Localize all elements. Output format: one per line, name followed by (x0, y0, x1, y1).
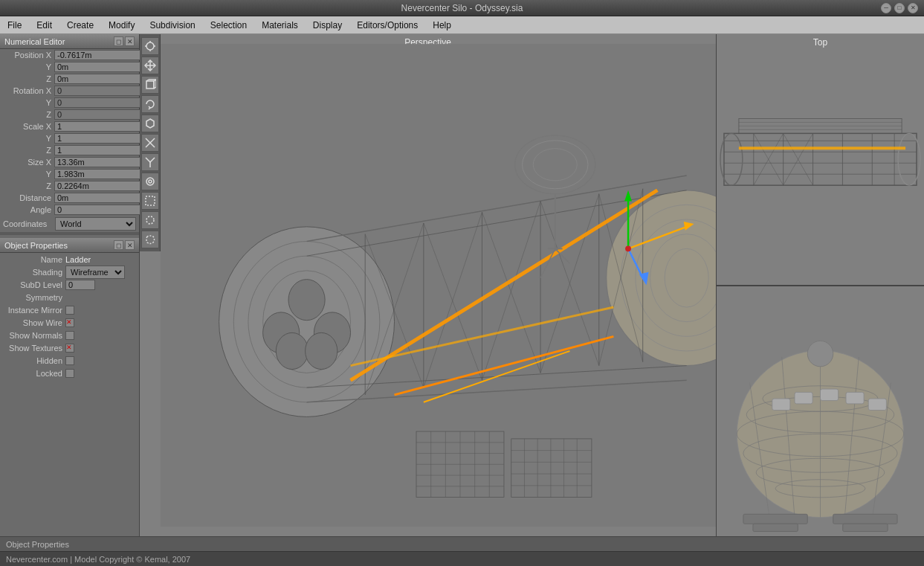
axis-x-btn[interactable] (141, 134, 159, 152)
show-normals-label: Show Normals (3, 331, 62, 340)
top-viewport-label: Top (813, 37, 827, 48)
title-bar: Nevercenter Silo - Odyssey.sia ─ □ ✕ (0, 0, 924, 16)
object-properties-btns: ◻ ✕ (114, 240, 135, 250)
subd-row: SubD Level (0, 278, 139, 291)
menu-help[interactable]: Help (425, 16, 459, 33)
object-properties-title: Object Properties (4, 241, 68, 250)
show-textures-checkbox[interactable] (65, 344, 74, 353)
rotation-y-label: Y (3, 98, 51, 107)
side-viewport[interactable] (717, 286, 924, 537)
rotation-x-label: Rotation X (3, 86, 51, 95)
show-wire-checkbox[interactable] (65, 318, 74, 327)
distance-label: Distance (3, 193, 51, 202)
position-x-row: Position X (0, 49, 139, 61)
show-textures-label: Show Textures (3, 344, 62, 353)
size-x-label: Size X (3, 158, 51, 167)
size-z-label: Z (3, 181, 51, 190)
status-bar: Object Properties (0, 536, 924, 551)
rotate-tool-btn[interactable] (141, 95, 159, 113)
coordinates-select[interactable]: World Local Screen (55, 217, 136, 231)
position-x-label: Position X (3, 51, 51, 60)
hidden-checkbox[interactable] (65, 356, 74, 365)
shading-select[interactable]: Wireframe Flat Smooth (65, 266, 125, 279)
scene-svg[interactable] (161, 34, 716, 536)
menu-file[interactable]: File (0, 16, 29, 33)
menu-selection[interactable]: Selection (203, 16, 254, 33)
shading-row: Shading Wireframe Flat Smooth (0, 266, 139, 278)
svg-point-17 (149, 180, 152, 183)
rotation-x-row: Rotation X (0, 85, 139, 97)
locked-checkbox[interactable] (65, 369, 74, 378)
hidden-label: Hidden (3, 356, 62, 365)
obj-props-close-btn[interactable]: ✕ (125, 240, 135, 250)
rotation-z-row: Z (0, 109, 139, 120)
subd-label: SubD Level (3, 280, 62, 289)
show-wire-checkbox-area (65, 318, 74, 327)
numerical-editor-title: Numerical Editor (4, 37, 65, 46)
svg-rect-134 (868, 398, 886, 410)
menu-materials[interactable]: Materials (254, 16, 306, 33)
select-circle-btn[interactable] (141, 211, 159, 229)
menu-bar: File Edit Create Modify Subdivision Sele… (0, 16, 924, 34)
menu-edit[interactable]: Edit (29, 16, 59, 33)
rotation-y-row: Y (0, 97, 139, 109)
svg-point-16 (146, 178, 154, 185)
axis-y-btn[interactable] (141, 153, 159, 171)
axis-z-btn[interactable] (141, 173, 159, 190)
window-controls: ─ □ ✕ (881, 3, 918, 13)
hexagon-tool-btn[interactable] (141, 115, 159, 132)
angle-label: Angle (3, 205, 51, 214)
maximize-btn[interactable]: □ (894, 3, 905, 13)
symmetry-label: Symmetry (3, 293, 62, 302)
angle-row: Angle (0, 204, 139, 216)
instance-mirror-row: Instance Mirror (0, 303, 139, 316)
svg-rect-137 (753, 524, 798, 531)
svg-point-49 (276, 332, 308, 369)
menu-editors-options[interactable]: Editors/Options (349, 16, 425, 33)
svg-point-135 (807, 341, 833, 367)
numerical-editor-close-btn[interactable]: ✕ (125, 36, 135, 46)
subd-input[interactable] (65, 280, 95, 290)
numerical-editor-float-btn[interactable]: ◻ (114, 36, 123, 46)
locked-checkbox-area (65, 369, 74, 378)
name-label: Name (3, 255, 62, 264)
scale-z-label: Z (3, 146, 51, 155)
rotation-z-label: Z (3, 110, 51, 119)
select-tool-btn[interactable] (141, 37, 159, 55)
instance-mirror-checkbox-area (65, 306, 74, 315)
symmetry-row: Symmetry (0, 291, 139, 303)
hidden-checkbox-area (65, 356, 74, 365)
size-x-row: Size X (0, 156, 139, 168)
hidden-row: Hidden (0, 354, 139, 367)
move-tool-btn[interactable] (141, 57, 159, 74)
svg-point-0 (146, 42, 154, 50)
menu-modify[interactable]: Modify (101, 16, 142, 33)
top-viewport[interactable]: Top (717, 34, 924, 285)
viewport-area: Perspective (140, 34, 716, 536)
cube-tool-btn[interactable] (141, 76, 159, 94)
svg-rect-18 (146, 196, 155, 205)
obj-props-float-btn[interactable]: ◻ (114, 240, 123, 250)
position-z-row: Z (0, 73, 139, 85)
menu-create[interactable]: Create (59, 16, 101, 33)
svg-point-42 (219, 227, 395, 417)
show-wire-label: Show Wire (3, 318, 62, 327)
perspective-viewport[interactable]: Perspective (140, 34, 716, 536)
minimize-btn[interactable]: ─ (881, 3, 891, 13)
menu-display[interactable]: Display (306, 16, 349, 33)
size-z-row: Z (0, 180, 139, 192)
select-lasso-btn[interactable] (141, 231, 159, 248)
scale-z-row: Z (0, 144, 139, 156)
distance-row: Distance (0, 192, 139, 204)
menu-subdivision[interactable]: Subdivision (142, 16, 202, 33)
side-scene-svg (717, 286, 924, 537)
close-btn[interactable]: ✕ (908, 3, 918, 13)
name-row: Name Ladder (0, 253, 139, 266)
svg-rect-94 (717, 45, 924, 274)
object-properties-header: Object Properties ◻ ✕ (0, 238, 139, 253)
status-text: Object Properties (6, 540, 69, 549)
instance-mirror-checkbox[interactable] (65, 306, 74, 315)
show-normals-checkbox[interactable] (65, 331, 74, 340)
select-rect-btn[interactable] (141, 192, 159, 210)
svg-rect-130 (772, 398, 790, 410)
